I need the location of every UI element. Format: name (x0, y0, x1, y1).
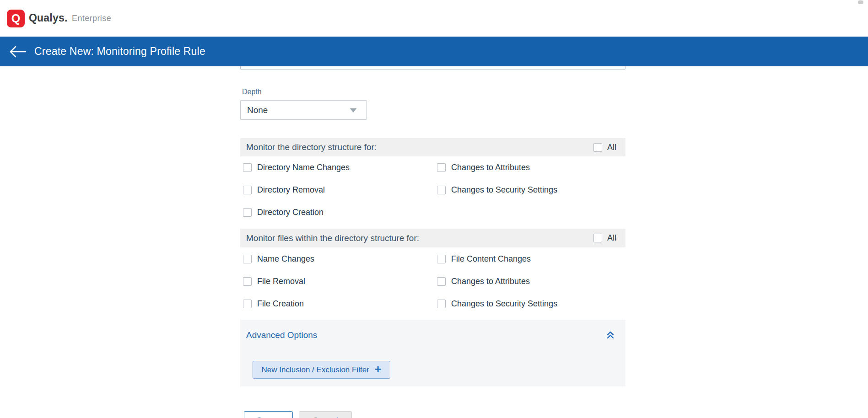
checkbox-row-file-creation[interactable]: File Creation (243, 293, 314, 315)
checkbox[interactable] (243, 300, 252, 308)
edition-label: Enterprise (72, 14, 111, 23)
checkbox-row-changes-to-attributes-files[interactable]: Changes to Attributes (437, 270, 557, 293)
section2-all-group: All (593, 233, 616, 243)
section2-all-label: All (607, 233, 616, 243)
section-header-files: Monitor files within the directory struc… (240, 229, 625, 247)
section1-all-group: All (593, 143, 616, 152)
new-inclusion-exclusion-filter-button[interactable]: New Inclusion / Exclusion Filter + (253, 361, 390, 379)
checkbox[interactable] (437, 277, 446, 286)
checkbox[interactable] (243, 255, 252, 263)
checkbox-label: Changes to Security Settings (451, 299, 557, 309)
checkbox[interactable] (243, 277, 252, 286)
create-button[interactable]: Create (244, 411, 293, 418)
checkbox[interactable] (437, 300, 446, 308)
qualys-logo-letter: Q (11, 13, 20, 24)
checkbox-label: Changes to Security Settings (451, 185, 557, 195)
checkbox-row-changes-to-security-settings[interactable]: Changes to Security Settings (437, 179, 557, 201)
depth-dropdown[interactable]: None (240, 100, 367, 120)
qualys-logo-icon[interactable]: Q (7, 10, 25, 27)
checkbox-row-directory-creation[interactable]: Directory Creation (243, 201, 350, 224)
checkbox-row-changes-to-security-settings-files[interactable]: Changes to Security Settings (437, 293, 557, 315)
checkbox-label: Changes to Attributes (451, 163, 530, 172)
checkbox-label: Directory Creation (257, 208, 323, 217)
section2-right-column: File Content Changes Changes to Attribut… (437, 248, 557, 315)
checkbox[interactable] (243, 186, 252, 194)
checkbox-row-name-changes[interactable]: Name Changes (243, 248, 314, 270)
checkbox[interactable] (437, 163, 446, 172)
advanced-options-toggle[interactable]: Advanced Options (246, 330, 317, 340)
page: Q Qualys. Enterprise Create New: Monitor… (0, 0, 868, 418)
depth-dropdown-value: None (247, 105, 268, 115)
checkbox[interactable] (437, 255, 446, 263)
checkbox-label: File Removal (257, 277, 305, 286)
truncated-text-field[interactable] (240, 66, 625, 70)
top-app-bar: Q Qualys. Enterprise (0, 0, 868, 37)
advanced-options-panel: Advanced Options New Inclusion / Exclusi… (240, 320, 625, 386)
plus-icon: + (375, 364, 382, 375)
depth-field-label: Depth (242, 88, 262, 96)
checkbox-label: File Creation (257, 299, 304, 309)
brand-name: Qualys. (29, 12, 68, 24)
section-header-directory: Monitor the directory structure for: All (240, 138, 625, 156)
section1-all-checkbox[interactable] (593, 143, 602, 152)
chevrons-up-icon[interactable] (605, 330, 615, 340)
dropdown-caret-icon (350, 108, 356, 113)
checkbox[interactable] (243, 208, 252, 217)
checkbox-label: Directory Name Changes (257, 163, 350, 172)
page-title: Create New: Monitoring Profile Rule (34, 37, 205, 66)
section-title-directory: Monitor the directory structure for: (246, 142, 377, 152)
checkbox-row-directory-name-changes[interactable]: Directory Name Changes (243, 156, 350, 179)
title-bar: Create New: Monitoring Profile Rule (0, 37, 868, 66)
back-arrow-icon[interactable] (9, 46, 27, 58)
checkbox-label: Directory Removal (257, 185, 325, 195)
checkbox-row-file-content-changes[interactable]: File Content Changes (437, 248, 557, 270)
scrollbar-thumb[interactable] (858, 0, 863, 4)
checkbox-row-directory-removal[interactable]: Directory Removal (243, 179, 350, 201)
filter-button-label: New Inclusion / Exclusion Filter (262, 365, 369, 375)
checkbox-label: Name Changes (257, 254, 314, 264)
checkbox-row-file-removal[interactable]: File Removal (243, 270, 314, 293)
cancel-button[interactable]: Cancel (299, 411, 352, 418)
checkbox[interactable] (437, 186, 446, 194)
checkbox-row-changes-to-attributes[interactable]: Changes to Attributes (437, 156, 557, 179)
checkbox-label: Changes to Attributes (451, 277, 530, 286)
section1-right-column: Changes to Attributes Changes to Securit… (437, 156, 557, 201)
section-title-files: Monitor files within the directory struc… (246, 233, 419, 243)
section1-left-column: Directory Name Changes Directory Removal… (243, 156, 350, 224)
checkbox-label: File Content Changes (451, 254, 531, 264)
section1-all-label: All (607, 143, 616, 152)
section2-all-checkbox[interactable] (593, 234, 602, 242)
section2-left-column: Name Changes File Removal File Creation (243, 248, 314, 315)
checkbox[interactable] (243, 163, 252, 172)
